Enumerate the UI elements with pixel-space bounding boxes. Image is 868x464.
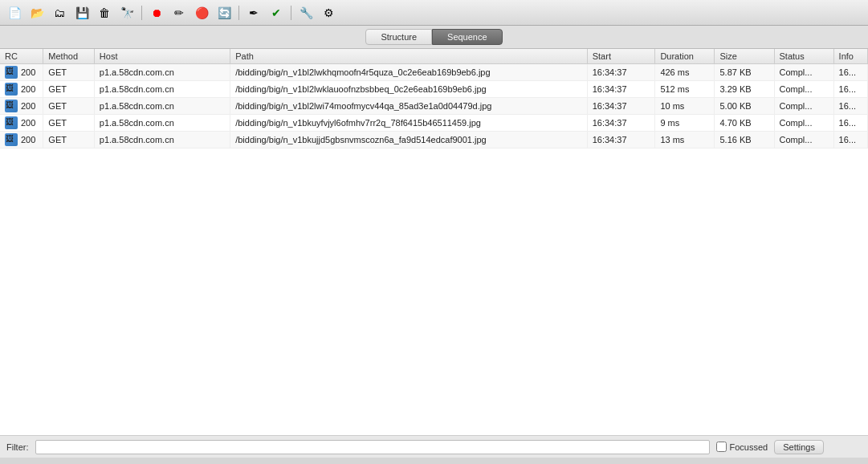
settings-button[interactable]: 🔧 [296,3,316,22]
cell-status-2: Compl... [774,98,833,115]
col-header-rc[interactable]: RC [0,49,43,64]
toolbar-separator-3 [291,6,291,20]
folder-button[interactable]: 🗂 [50,3,69,22]
rc-value: 200 [21,67,35,77]
cell-host-2: p1.a.58cdn.com.cn [94,98,230,115]
cell-method-1: GET [43,81,95,98]
cell-info-3: 16... [833,115,867,132]
table-row[interactable]: 200GETp1.a.58cdn.com.cn/bidding/big/n_v1… [0,98,868,115]
cell-duration-4: 13 ms [655,132,715,149]
cell-info-1: 16... [833,81,867,98]
main-area [0,458,868,464]
rc-value: 200 [21,101,35,111]
check-button[interactable]: ✔ [267,3,286,22]
table-row[interactable]: 200GETp1.a.58cdn.com.cn/bidding/big/n_v1… [0,64,868,81]
search-button[interactable]: 🔭 [117,3,137,22]
refresh-button[interactable]: 🔄 [214,3,234,22]
cell-size-3: 4.70 KB [715,115,774,132]
cell-info-4: 16... [833,132,867,149]
cell-info-0: 16... [833,64,867,81]
col-header-path[interactable]: Path [230,49,588,64]
cell-rc-0: 200 [0,64,43,81]
cell-rc-2: 200 [0,98,43,115]
focussed-checkbox[interactable] [716,442,727,452]
toolbar: 📄 📂 🗂 💾 🗑 🔭 ⏺ ✏ 🔴 🔄 ✒ ✔ 🔧 ⚙ [0,0,868,26]
image-icon [5,133,18,146]
cell-size-2: 5.00 KB [715,98,774,115]
image-icon [5,66,18,79]
cell-method-3: GET [43,115,95,132]
cell-host-0: p1.a.58cdn.com.cn [94,64,230,81]
cell-path-3: /bidding/big/n_v1bkuyfvjyl6ofmhv7rr2q_78… [230,115,588,132]
cell-host-1: p1.a.58cdn.com.cn [94,81,230,98]
tab-sequence[interactable]: Sequence [432,29,503,45]
image-icon [5,116,18,129]
cell-size-0: 5.87 KB [715,64,774,81]
requests-list: RC Method Host Path Start Duration Size … [0,49,868,149]
settings-button[interactable]: Settings [774,440,824,454]
cell-status-1: Compl... [774,81,833,98]
cell-path-0: /bidding/big/n_v1bl2lwkhqmoofn4r5quza_0c… [230,64,588,81]
cell-method-2: GET [43,98,95,115]
gear-button[interactable]: ⚙ [319,3,338,22]
filter-label: Filter: [6,442,29,452]
image-icon [5,100,18,112]
cell-duration-3: 9 ms [655,115,715,132]
rc-value: 200 [21,118,35,128]
table-row[interactable]: 200GETp1.a.58cdn.com.cn/bidding/big/n_v1… [0,115,868,132]
cell-duration-2: 10 ms [655,98,715,115]
cursor-button[interactable]: ✏ [169,3,189,22]
new-button[interactable]: 📄 [5,3,24,22]
stop-button[interactable]: 🔴 [192,3,211,22]
cell-start-4: 16:34:37 [587,132,655,149]
cell-status-4: Compl... [774,132,833,149]
col-header-method[interactable]: Method [43,49,95,64]
open-button[interactable]: 📂 [27,3,47,22]
toolbar-separator-2 [238,6,239,20]
filter-bar: Filter: Focussed Settings [0,435,868,458]
cell-host-3: p1.a.58cdn.com.cn [94,115,230,132]
table-row[interactable]: 200GETp1.a.58cdn.com.cn/bidding/big/n_v1… [0,132,868,149]
toolbar-separator-1 [141,6,142,20]
cell-start-0: 16:34:37 [587,64,655,81]
col-header-duration[interactable]: Duration [655,49,715,64]
col-header-host[interactable]: Host [94,49,230,64]
col-header-status[interactable]: Status [774,49,833,64]
request-table[interactable]: RC Method Host Path Start Duration Size … [0,49,868,435]
rc-value: 200 [21,135,35,144]
focussed-container: Focussed [716,442,768,452]
cell-status-0: Compl... [774,64,833,81]
cell-rc-1: 200 [0,81,43,98]
cell-size-1: 3.29 KB [715,81,774,98]
delete-button[interactable]: 🗑 [95,3,114,22]
col-header-size[interactable]: Size [715,49,774,64]
cell-status-3: Compl... [774,115,833,132]
cell-duration-0: 426 ms [655,64,715,81]
cell-rc-4: 200 [0,132,43,149]
cell-method-0: GET [43,64,95,81]
cell-path-1: /bidding/big/n_v1bl2lwklauoofnzbsbbeq_0c… [230,81,588,98]
cell-info-2: 16... [833,98,867,115]
focussed-label: Focussed [730,442,768,452]
tab-bar: Structure Sequence [0,26,868,49]
record-button[interactable]: ⏺ [147,3,166,22]
image-icon [5,83,18,96]
cell-path-4: /bidding/big/n_v1bkujjd5gbsnvmscozn6a_fa… [230,132,588,149]
cell-host-4: p1.a.58cdn.com.cn [94,132,230,149]
col-header-info[interactable]: Info [833,49,867,64]
edit-button[interactable]: ✒ [244,3,263,22]
cell-size-4: 5.16 KB [715,132,774,149]
col-header-start[interactable]: Start [587,49,655,64]
table-body: 200GETp1.a.58cdn.com.cn/bidding/big/n_v1… [0,64,868,149]
cell-start-1: 16:34:37 [587,81,655,98]
tab-structure[interactable]: Structure [365,29,432,45]
cell-start-3: 16:34:37 [587,115,655,132]
cell-path-2: /bidding/big/n_v1bl2lwi74moofmycv44qa_85… [230,98,588,115]
rc-value: 200 [21,84,35,94]
save-button[interactable]: 💾 [72,3,92,22]
table-row[interactable]: 200GETp1.a.58cdn.com.cn/bidding/big/n_v1… [0,81,868,98]
table-header: RC Method Host Path Start Duration Size … [0,49,868,64]
content-wrapper: Structure Sequence RC Method Host Path S… [0,26,868,464]
filter-input[interactable] [35,440,710,454]
cell-duration-1: 512 ms [655,81,715,98]
